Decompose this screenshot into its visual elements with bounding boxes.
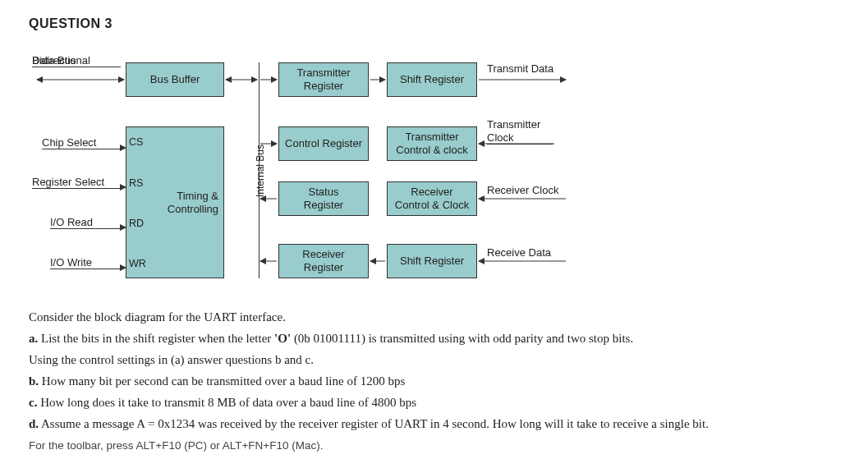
box-control-register: Control Register — [278, 126, 369, 161]
box-timing-controlling: Timing & Controlling — [126, 126, 224, 278]
box-receiver-cc: Receiver Control & Clock — [387, 181, 477, 216]
label-tx-clock2: Clock — [487, 131, 553, 145]
part-b-text: How many bit per second can be transmitt… — [39, 374, 405, 388]
part-c-text: How long does it take to transmit 8 MB o… — [37, 396, 416, 409]
box-transmitter-register: Transmitter Register — [278, 62, 369, 97]
page: QUESTION 3 Bidirectional Data Bus Chip S… — [0, 0, 868, 459]
box-rxcc-label2: Control & Clock — [395, 199, 469, 212]
box-txcc-label2: Control & clock — [396, 144, 467, 157]
box-rx-reg-label1: Receiver — [302, 248, 344, 261]
box-shift-top-label: Shift Register — [400, 73, 464, 86]
box-bus-buffer-label: Bus Buffer — [150, 73, 200, 86]
label-data-bus: Data Bus — [32, 54, 121, 67]
box-shift-register-top: Shift Register — [387, 62, 477, 97]
label-register-select: Register Select — [32, 176, 121, 189]
part-d-prefix: d. — [29, 417, 39, 430]
box-status-reg-label1: Status — [309, 186, 339, 199]
box-transmitter-cc: Transmitter Control & clock — [387, 126, 477, 161]
box-receiver-register: Receiver Register — [278, 244, 369, 278]
box-shift-register-bot: Shift Register — [387, 244, 477, 278]
label-rd: RD — [129, 218, 144, 229]
part-b-prefix: b. — [29, 374, 39, 388]
box-rx-reg-label2: Register — [304, 261, 343, 274]
intro-text: Consider the block diagram for the UART … — [29, 310, 286, 324]
label-wr: WR — [129, 258, 146, 269]
box-tx-reg-label1: Transmitter — [296, 67, 350, 80]
box-status-reg-label2: Register — [304, 199, 343, 212]
part-a-text: List the bits in the shift register when… — [38, 332, 274, 345]
box-txcc-label1: Transmitter — [405, 131, 458, 144]
part-a-tail: (0b 01001111) is transmitted using with … — [291, 332, 633, 345]
box-shift-bot-label: Shift Register — [400, 255, 464, 268]
label-transmit-data: Transmit Data — [487, 62, 553, 75]
box-timing-label1: Timing & — [177, 190, 218, 203]
part-d-text: Assume a message A = 0x1234 was received… — [39, 417, 709, 430]
label-chip-select: Chip Select — [42, 136, 120, 149]
box-tx-reg-label2: Register — [304, 80, 343, 93]
label-tx-clock1: Transmitter — [487, 118, 540, 131]
uart-diagram: Bidirectional Data Bus Chip Select Regis… — [32, 54, 607, 292]
question-body: Consider the block diagram for the UART … — [29, 307, 839, 455]
label-cs: CS — [129, 136, 143, 148]
box-control-reg-label: Control Register — [285, 137, 362, 150]
label-internal-bus: Internal Bus — [255, 138, 266, 204]
label-receiver-clock: Receiver Clock — [487, 184, 558, 196]
label-rs: RS — [129, 177, 143, 189]
label-io-write: I/O Write — [50, 256, 121, 269]
question-title: QUESTION 3 — [29, 16, 839, 31]
box-bus-buffer: Bus Buffer — [126, 62, 224, 97]
label-receive-data: Receive Data — [487, 246, 551, 259]
box-timing-label2: Controlling — [168, 203, 218, 216]
label-io-read: I/O Read — [50, 216, 121, 229]
toolbar-hint: For the toolbar, press ALT+F10 (PC) or A… — [29, 437, 839, 455]
using-text: Using the control settings in (a) answer… — [29, 353, 314, 366]
box-status-register: Status Register — [278, 181, 369, 216]
box-rxcc-label1: Receiver — [411, 186, 452, 199]
part-c-prefix: c. — [29, 396, 37, 409]
part-a-letter: 'O' — [274, 332, 291, 345]
part-a-prefix: a. — [29, 332, 38, 345]
